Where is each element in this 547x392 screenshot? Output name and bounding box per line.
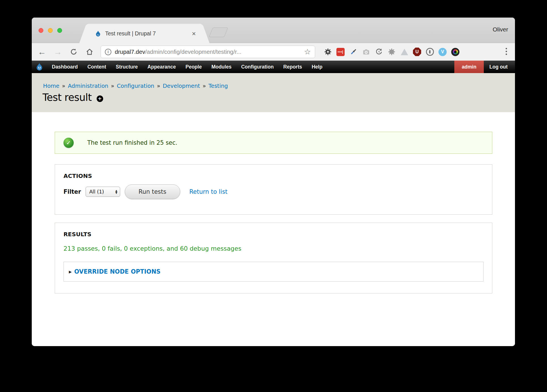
page-header: Home»Administration»Configuration»Develo…: [32, 73, 515, 112]
camera-lens-extension-icon[interactable]: [451, 43, 459, 61]
admin-menu: DashboardContentStructureAppearancePeopl…: [47, 61, 327, 73]
select-stepper-icon: ▲▼: [115, 189, 117, 194]
page-info-icon[interactable]: i: [105, 49, 111, 55]
url-host: drupal7.dev: [115, 48, 145, 55]
admin-toolbar: DashboardContentStructureAppearancePeopl…: [32, 61, 515, 73]
back-button[interactable]: ←: [37, 43, 46, 61]
expand-arrow-icon: ▶: [69, 270, 72, 274]
extensions-row: •••| U V: [324, 43, 459, 61]
collapsed-fieldset: ▶ OVERRIDE NODE OPTIONS: [63, 262, 484, 282]
actions-heading: ACTIONS: [63, 172, 484, 179]
status-ok-icon: ✓: [63, 138, 74, 148]
results-heading: RESULTS: [63, 231, 484, 238]
page-content: ✓ The test run finished in 25 sec. ACTIO…: [32, 132, 515, 346]
breadcrumb-item: Development»: [163, 83, 208, 89]
camera-extension-icon[interactable]: [362, 43, 370, 61]
status-message: ✓ The test run finished in 25 sec.: [55, 132, 492, 154]
admin-menu-item[interactable]: Modules: [207, 61, 236, 73]
gear-extension-icon[interactable]: [324, 43, 332, 61]
home-button[interactable]: [85, 43, 94, 61]
new-tab-button[interactable]: [209, 27, 228, 37]
admin-menu-item[interactable]: People: [181, 61, 207, 73]
browser-tab[interactable]: Test result | Drupal 7 ×: [88, 24, 200, 43]
ublock-extension-icon[interactable]: U: [413, 43, 421, 61]
toolbar-spacer: [327, 61, 455, 73]
back-arrow-icon: ←: [38, 48, 46, 56]
home-icon: [86, 48, 94, 56]
drupal-logo-icon[interactable]: [32, 61, 47, 73]
breadcrumb-item: Home»: [43, 83, 68, 89]
window-controls: [39, 28, 62, 33]
admin-menu-item[interactable]: Help: [307, 61, 327, 73]
reload-icon: [70, 48, 78, 56]
breadcrumb-separator: »: [62, 83, 65, 89]
address-bar[interactable]: i drupal7.dev/admin/config/development/t…: [101, 46, 315, 58]
breadcrumb-item: Administration»: [68, 83, 117, 89]
browser-menu-icon[interactable]: [506, 48, 507, 55]
breadcrumb-link[interactable]: Configuration: [117, 83, 154, 89]
keyring-extension-icon[interactable]: [426, 43, 434, 61]
eyedropper-extension-icon[interactable]: [349, 43, 357, 61]
filter-select-value: All (1): [89, 189, 104, 195]
close-window-button[interactable]: [39, 28, 43, 33]
breadcrumb-item: Testing: [209, 83, 233, 89]
results-panel: RESULTS 213 passes, 0 fails, 0 exception…: [55, 223, 492, 293]
sync-extension-icon[interactable]: [375, 43, 383, 61]
actions-row: Filter All (1) ▲▼ Run tests Return to li…: [63, 184, 484, 199]
filter-select[interactable]: All (1) ▲▼: [86, 187, 120, 197]
logout-link[interactable]: Log out: [484, 61, 513, 73]
run-tests-button[interactable]: Run tests: [125, 184, 180, 199]
password-manager-extension-icon[interactable]: •••|: [336, 43, 345, 61]
breadcrumb-separator: »: [203, 83, 206, 89]
forward-arrow-icon: →: [54, 48, 62, 56]
zoom-window-button[interactable]: [57, 28, 62, 33]
add-shortcut-icon[interactable]: +: [97, 95, 103, 102]
breadcrumb-link[interactable]: Development: [163, 83, 200, 89]
status-text: The test run finished in 25 sec.: [87, 139, 177, 146]
admin-menu-item[interactable]: Appearance: [143, 61, 181, 73]
browser-toolbar: ← → i drupal7.dev/admin/config/developme…: [32, 43, 515, 61]
bookmark-star-icon[interactable]: ☆: [304, 48, 311, 56]
breadcrumb: Home»Administration»Configuration»Develo…: [43, 83, 233, 89]
minimize-window-button[interactable]: [48, 28, 53, 33]
override-node-options-link[interactable]: OVERRIDE NODE OPTIONS: [74, 268, 160, 275]
page-title: Test result: [43, 92, 92, 103]
admin-menu-item[interactable]: Structure: [111, 61, 143, 73]
breadcrumb-item: Configuration»: [117, 83, 163, 89]
breadcrumb-link[interactable]: Home: [43, 83, 60, 89]
breadcrumb-link[interactable]: Testing: [209, 83, 228, 89]
breadcrumb-link[interactable]: Administration: [68, 83, 109, 89]
filter-label: Filter: [63, 188, 81, 195]
browser-window: Test result | Drupal 7 × Oliver ← → i dr…: [32, 18, 515, 346]
forward-button[interactable]: →: [53, 43, 62, 61]
admin-menu-item[interactable]: Content: [82, 61, 111, 73]
profile-name[interactable]: Oliver: [493, 26, 508, 33]
userscript-extension-icon[interactable]: [387, 43, 396, 61]
reload-button[interactable]: [69, 43, 78, 61]
browser-titlebar: Test result | Drupal 7 × Oliver: [32, 18, 515, 43]
tab-title: Test result | Drupal 7: [105, 30, 156, 37]
results-summary: 213 passes, 0 fails, 0 exceptions, and 6…: [63, 245, 484, 252]
close-tab-icon[interactable]: ×: [191, 30, 197, 38]
title-row: Test result +: [43, 92, 103, 103]
v-extension-icon[interactable]: V: [438, 43, 447, 61]
admin-user-button[interactable]: admin: [454, 61, 484, 73]
drupal-favicon-icon: [95, 30, 101, 37]
drive-extension-icon[interactable]: [400, 43, 408, 61]
admin-menu-item[interactable]: Dashboard: [47, 61, 82, 73]
url-text: drupal7.dev/admin/config/development/tes…: [115, 48, 241, 55]
admin-menu-item[interactable]: Configuration: [236, 61, 279, 73]
admin-menu-item[interactable]: Reports: [279, 61, 307, 73]
url-path: /admin/config/development/testing/r...: [145, 48, 241, 55]
actions-panel: ACTIONS Filter All (1) ▲▼ Run tests Retu…: [55, 164, 492, 215]
breadcrumb-separator: »: [111, 83, 114, 89]
breadcrumb-separator: »: [157, 83, 160, 89]
return-to-list-link[interactable]: Return to list: [189, 188, 228, 195]
